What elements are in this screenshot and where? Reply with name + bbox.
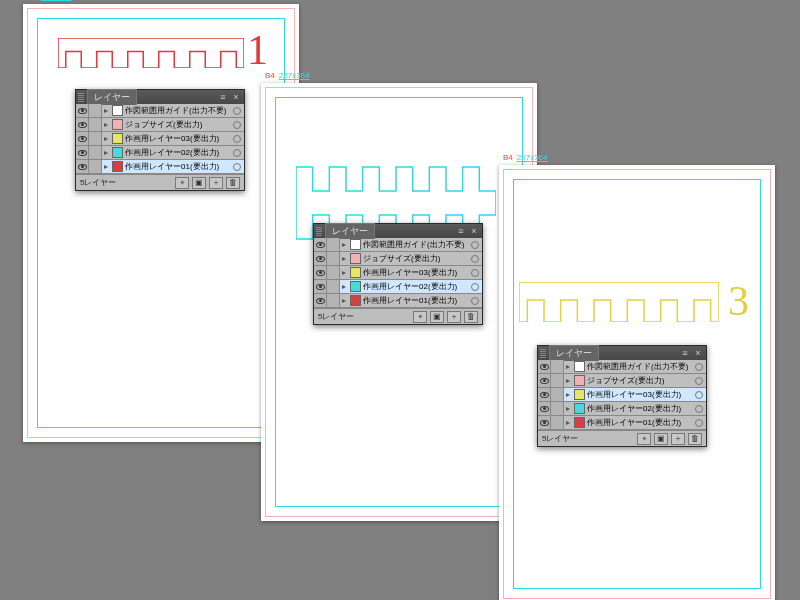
visibility-toggle[interactable] <box>76 118 89 131</box>
target-icon[interactable] <box>233 135 241 143</box>
panel-titlebar[interactable]: レイヤー ≡ × <box>538 346 706 360</box>
disclosure-icon[interactable]: ▸ <box>340 255 348 263</box>
target-icon[interactable] <box>233 107 241 115</box>
delete-layer-button[interactable]: 🗑 <box>226 177 240 189</box>
visibility-toggle[interactable] <box>538 388 551 401</box>
lock-toggle[interactable] <box>551 374 564 387</box>
visibility-toggle[interactable] <box>76 160 89 173</box>
new-layer-button[interactable]: ＋ <box>447 311 461 323</box>
locate-layer-button[interactable]: ⌖ <box>637 433 651 445</box>
new-layer-button[interactable]: ＋ <box>671 433 685 445</box>
target-icon[interactable] <box>471 241 479 249</box>
disclosure-icon[interactable]: ▸ <box>564 377 572 385</box>
visibility-toggle[interactable] <box>538 402 551 415</box>
lock-toggle[interactable] <box>89 160 102 173</box>
target-icon[interactable] <box>471 283 479 291</box>
visibility-toggle[interactable] <box>538 416 551 429</box>
layers-panel[interactable]: レイヤー ≡ × ▸ 作図範囲用ガイド(出力不要) ▸ ジョブサイズ(要出力) … <box>537 345 707 447</box>
disclosure-icon[interactable]: ▸ <box>340 297 348 305</box>
visibility-toggle[interactable] <box>76 146 89 159</box>
panel-tab-layers[interactable]: レイヤー <box>87 89 137 105</box>
target-icon[interactable] <box>695 377 703 385</box>
new-layer-button[interactable]: ＋ <box>209 177 223 189</box>
lock-toggle[interactable] <box>89 132 102 145</box>
lock-toggle[interactable] <box>551 388 564 401</box>
panel-titlebar[interactable]: レイヤー ≡ × <box>314 224 482 238</box>
visibility-toggle[interactable] <box>314 252 327 265</box>
layers-panel[interactable]: レイヤー ≡ × ▸ 作図範囲用ガイド(出力不要) ▸ ジョブサイズ(要出力) … <box>313 223 483 325</box>
disclosure-icon[interactable]: ▸ <box>564 363 572 371</box>
disclosure-icon[interactable]: ▸ <box>102 135 110 143</box>
lock-toggle[interactable] <box>551 402 564 415</box>
new-sublayer-button[interactable]: ▣ <box>654 433 668 445</box>
disclosure-icon[interactable]: ▸ <box>102 107 110 115</box>
target-icon[interactable] <box>695 405 703 413</box>
lock-toggle[interactable] <box>551 416 564 429</box>
lock-toggle[interactable] <box>327 280 340 293</box>
visibility-toggle[interactable] <box>314 238 327 251</box>
lock-toggle[interactable] <box>89 104 102 117</box>
panel-tab-layers[interactable]: レイヤー <box>325 223 375 239</box>
disclosure-icon[interactable]: ▸ <box>564 419 572 427</box>
visibility-toggle[interactable] <box>314 280 327 293</box>
target-icon[interactable] <box>233 149 241 157</box>
disclosure-icon[interactable]: ▸ <box>340 283 348 291</box>
disclosure-icon[interactable]: ▸ <box>340 269 348 277</box>
layer-row[interactable]: ▸ ジョブサイズ(要出力) <box>76 118 244 132</box>
visibility-toggle[interactable] <box>314 266 327 279</box>
delete-layer-button[interactable]: 🗑 <box>688 433 702 445</box>
layer-row[interactable]: ▸ 作画用レイヤー01(要出力) <box>538 416 706 430</box>
visibility-toggle[interactable] <box>538 374 551 387</box>
new-sublayer-button[interactable]: ▣ <box>430 311 444 323</box>
target-icon[interactable] <box>471 255 479 263</box>
lock-toggle[interactable] <box>327 294 340 307</box>
layer-row[interactable]: ▸ ジョブサイズ(要出力) <box>538 374 706 388</box>
disclosure-icon[interactable]: ▸ <box>102 121 110 129</box>
layer-row[interactable]: ▸ 作図範囲用ガイド(出力不要) <box>314 238 482 252</box>
visibility-toggle[interactable] <box>538 360 551 373</box>
disclosure-icon[interactable]: ▸ <box>564 405 572 413</box>
lock-toggle[interactable] <box>327 238 340 251</box>
disclosure-icon[interactable]: ▸ <box>102 163 110 171</box>
panel-close-icon[interactable]: × <box>692 348 704 358</box>
target-icon[interactable] <box>233 121 241 129</box>
visibility-toggle[interactable] <box>76 104 89 117</box>
layer-row[interactable]: ▸ 作画用レイヤー01(要出力) <box>314 294 482 308</box>
visibility-toggle[interactable] <box>314 294 327 307</box>
panel-menu-icon[interactable]: ≡ <box>678 347 692 359</box>
delete-layer-button[interactable]: 🗑 <box>464 311 478 323</box>
panel-close-icon[interactable]: × <box>468 226 480 236</box>
layer-row[interactable]: ▸ 作画用レイヤー03(要出力) <box>314 266 482 280</box>
disclosure-icon[interactable]: ▸ <box>102 149 110 157</box>
panel-menu-icon[interactable]: ≡ <box>454 225 468 237</box>
target-icon[interactable] <box>471 297 479 305</box>
layer-row[interactable]: ▸ 作画用レイヤー03(要出力) <box>538 388 706 402</box>
lock-toggle[interactable] <box>327 266 340 279</box>
panel-close-icon[interactable]: × <box>230 92 242 102</box>
layer-row[interactable]: ▸ 作画用レイヤー02(要出力) <box>314 280 482 294</box>
layer-row[interactable]: ▸ 作画用レイヤー02(要出力) <box>538 402 706 416</box>
visibility-toggle[interactable] <box>76 132 89 145</box>
layer-row[interactable]: ▸ ジョブサイズ(要出力) <box>314 252 482 266</box>
layer-row[interactable]: ▸ 作図範囲用ガイド(出力不要) <box>76 104 244 118</box>
layer-row[interactable]: ▸ 作画用レイヤー02(要出力) <box>76 146 244 160</box>
target-icon[interactable] <box>233 163 241 171</box>
target-icon[interactable] <box>695 363 703 371</box>
disclosure-icon[interactable]: ▸ <box>564 391 572 399</box>
disclosure-icon[interactable]: ▸ <box>340 241 348 249</box>
panel-tab-layers[interactable]: レイヤー <box>549 345 599 361</box>
layer-row[interactable]: ▸ 作図範囲用ガイド(出力不要) <box>538 360 706 374</box>
target-icon[interactable] <box>695 391 703 399</box>
lock-toggle[interactable] <box>551 360 564 373</box>
new-sublayer-button[interactable]: ▣ <box>192 177 206 189</box>
panel-menu-icon[interactable]: ≡ <box>216 91 230 103</box>
panel-titlebar[interactable]: レイヤー ≡ × <box>76 90 244 104</box>
layers-panel[interactable]: レイヤー ≡ × ▸ 作図範囲用ガイド(出力不要) ▸ ジョブサイズ(要出力) … <box>75 89 245 191</box>
locate-layer-button[interactable]: ⌖ <box>413 311 427 323</box>
target-icon[interactable] <box>471 269 479 277</box>
layer-row[interactable]: ▸ 作画用レイヤー01(要出力) <box>76 160 244 174</box>
lock-toggle[interactable] <box>89 118 102 131</box>
lock-toggle[interactable] <box>327 252 340 265</box>
locate-layer-button[interactable]: ⌖ <box>175 177 189 189</box>
layer-row[interactable]: ▸ 作画用レイヤー03(要出力) <box>76 132 244 146</box>
